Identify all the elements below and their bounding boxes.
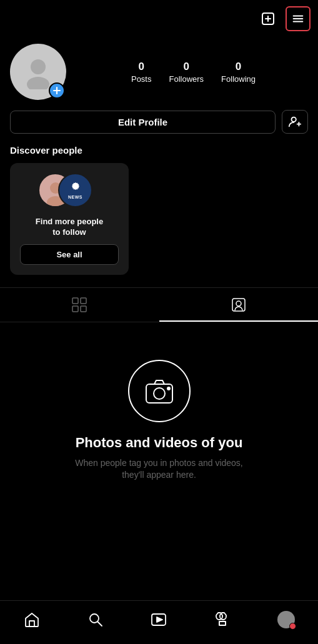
svg-line-31 bbox=[97, 622, 102, 626]
svg-point-10 bbox=[292, 117, 296, 122]
bottom-nav bbox=[0, 600, 318, 644]
see-all-button[interactable]: See all bbox=[20, 244, 119, 265]
svg-point-20 bbox=[72, 185, 79, 187]
avatar-wrapper bbox=[10, 44, 66, 100]
profile-section: 0 Posts 0 Followers 0 Following bbox=[0, 37, 318, 110]
posts-count: 0 bbox=[138, 61, 144, 73]
nav-reels[interactable] bbox=[144, 605, 174, 635]
discover-find-text: Find more peopleto follow bbox=[36, 217, 103, 238]
followers-count: 0 bbox=[184, 61, 189, 73]
discover-title: Discover people bbox=[10, 145, 308, 156]
tabs-row bbox=[0, 287, 318, 322]
svg-rect-22 bbox=[81, 298, 86, 304]
nav-home[interactable] bbox=[17, 605, 47, 635]
tagged-subtitle: When people tag you in photos and videos… bbox=[75, 457, 243, 482]
svg-point-28 bbox=[154, 388, 165, 399]
discover-avatar-2: NEWS bbox=[58, 173, 92, 207]
add-avatar-button[interactable] bbox=[49, 82, 65, 99]
add-post-button[interactable] bbox=[256, 6, 281, 31]
svg-marker-33 bbox=[157, 617, 162, 622]
svg-point-6 bbox=[31, 59, 46, 74]
following-stat[interactable]: 0 Following bbox=[221, 61, 256, 84]
nbc-news-label: NEWS bbox=[68, 195, 82, 199]
tab-grid[interactable] bbox=[0, 288, 159, 322]
svg-point-26 bbox=[236, 301, 241, 306]
posts-label: Posts bbox=[131, 74, 152, 84]
tagged-title: Photos and videos of you bbox=[76, 435, 243, 451]
stats-row: 0 Posts 0 Followers 0 Following bbox=[79, 61, 308, 84]
svg-rect-23 bbox=[72, 306, 78, 312]
action-row: Edit Profile bbox=[0, 110, 318, 142]
discover-card: NEWS Find more peopleto follow See all bbox=[10, 163, 129, 275]
followers-label: Followers bbox=[169, 74, 204, 84]
following-label: Following bbox=[221, 74, 256, 84]
svg-rect-34 bbox=[219, 622, 226, 625]
nav-profile-avatar bbox=[277, 611, 295, 628]
svg-rect-25 bbox=[232, 299, 245, 311]
camera-circle bbox=[128, 360, 191, 422]
nav-shop[interactable] bbox=[207, 605, 237, 635]
following-count: 0 bbox=[236, 61, 241, 73]
discover-avatars: NEWS bbox=[38, 173, 101, 211]
nav-search[interactable] bbox=[81, 605, 111, 635]
header bbox=[0, 0, 318, 37]
svg-point-29 bbox=[167, 387, 170, 390]
menu-button[interactable] bbox=[286, 6, 311, 31]
add-person-button[interactable] bbox=[282, 110, 308, 134]
edit-profile-button[interactable]: Edit Profile bbox=[10, 111, 276, 134]
svg-rect-24 bbox=[81, 306, 86, 312]
tab-tagged[interactable] bbox=[159, 288, 319, 322]
posts-stat[interactable]: 0 Posts bbox=[131, 61, 152, 84]
svg-rect-21 bbox=[72, 298, 78, 304]
svg-point-7 bbox=[27, 77, 49, 89]
followers-stat[interactable]: 0 Followers bbox=[169, 61, 204, 84]
tagged-section: Photos and videos of you When people tag… bbox=[0, 322, 318, 507]
discover-section: Discover people bbox=[0, 142, 318, 285]
nav-profile[interactable] bbox=[271, 605, 301, 635]
